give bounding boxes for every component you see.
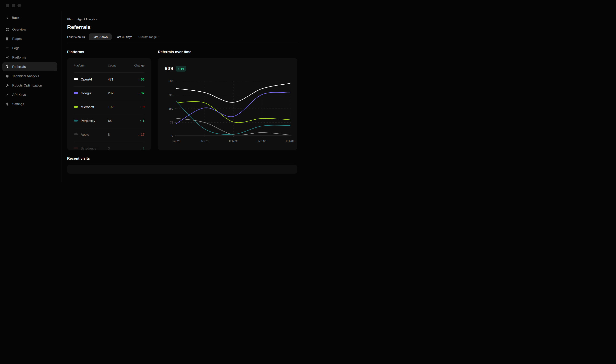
sidebar-item-logs[interactable]: Logs [2, 44, 57, 53]
arrow-up-icon: ↑ [140, 147, 141, 150]
sidebar-item-referrals[interactable]: Referrals [2, 62, 57, 71]
sidebar-item-label: Overview [12, 28, 26, 31]
platform-name: Bytedance [81, 147, 96, 150]
tab-last-24-hours[interactable]: Last 24 hours [67, 33, 85, 40]
column-count: Count [108, 64, 127, 67]
pointer-click-icon [5, 65, 9, 69]
table-row-google: Google289↑32 [74, 87, 144, 100]
tab-label: Last 24 hours [67, 35, 85, 39]
breadcrumb-current: Agent Analytics [77, 17, 97, 21]
tab-last-7-days[interactable]: Last 7 days [89, 33, 112, 40]
svg-text:225: 225 [168, 93, 173, 97]
document-icon [5, 37, 9, 41]
sidebar-item-technical-analysis[interactable]: Technical Analysis [2, 72, 57, 81]
tab-custom-range[interactable]: Custom range [139, 33, 161, 40]
sidebar-nav: OverviewPagesLogsPlatformsReferralsTechn… [0, 25, 61, 109]
sidebar-item-robots-optimization[interactable]: Robots Optimization [2, 81, 57, 90]
svg-text:Jan 29: Jan 29 [172, 140, 180, 143]
platform-count: 3 [108, 147, 127, 150]
gear-icon [5, 102, 9, 106]
arrow-up-icon: ↑ [138, 78, 140, 81]
time-range-tabs: Last 24 hoursLast 7 daysLast 30 daysCust… [67, 33, 297, 40]
change-value: 1 [143, 119, 144, 123]
wrench-icon [5, 84, 9, 88]
chart-heading: Referrals over time [158, 50, 297, 54]
svg-text:75: 75 [170, 121, 173, 124]
platform-count: 8 [108, 133, 127, 137]
platform-count: 471 [108, 78, 127, 81]
sparkles-icon [5, 56, 9, 60]
chevron-left-icon [5, 16, 9, 20]
sidebar-item-label: Robots Optimization [12, 84, 42, 88]
sidebar-item-label: Settings [12, 102, 24, 106]
referrals-line-chart: 075150225500Jan 29Jan 31Feb 02Feb 03Feb … [158, 58, 297, 150]
svg-text:Jan 31: Jan 31 [201, 140, 209, 143]
sidebar-item-api-keys[interactable]: API Keys [2, 90, 57, 99]
window-dot-2[interactable] [12, 4, 15, 7]
change-value: 56 [141, 78, 144, 81]
table-row-bytedance: Bytedance3↑1 [74, 142, 144, 150]
tab-last-30-days[interactable]: Last 30 days [116, 33, 132, 40]
referrals-chart-card: 939 ↑ 64 075150225500Jan 29Jan 31Feb 02F… [158, 58, 297, 150]
svg-text:Feb 04: Feb 04 [286, 140, 294, 143]
sidebar-item-label: API Keys [12, 93, 26, 97]
table-row-microsoft: Microsoft102↓9 [74, 100, 144, 114]
sidebar-item-overview[interactable]: Overview [2, 25, 57, 34]
sidebar-item-label: Technical Analysis [12, 74, 39, 78]
bytedance-color-pill-icon [74, 147, 78, 149]
key-icon [5, 93, 9, 97]
tab-label: Last 30 days [116, 35, 132, 39]
platform-change: ↑56 [127, 78, 144, 81]
sidebar-item-label: Platforms [12, 56, 26, 60]
table-row-apple: Apple8↓17 [74, 128, 144, 142]
recent-visits-card[interactable] [67, 165, 297, 174]
arrow-up-icon: ↑ [138, 91, 140, 95]
platform-change: ↓17 [127, 133, 144, 137]
platform-count: 102 [108, 105, 127, 109]
platforms-card[interactable]: Platform Count Change OpenAI471↑56Google… [67, 58, 151, 150]
svg-text:Feb 02: Feb 02 [229, 140, 238, 143]
platform-change: ↓9 [127, 105, 144, 109]
back-label: Back [12, 16, 19, 20]
platform-name: Perplexity [81, 119, 95, 123]
page-title: Referrals [67, 24, 297, 30]
platform-change: ↑1 [127, 147, 144, 150]
window-dot-3[interactable] [17, 4, 21, 7]
sidebar-item-label: Pages [12, 37, 22, 41]
chevron-down-icon [158, 36, 161, 38]
breadcrumb-root[interactable]: Rho [67, 17, 73, 21]
grid-icon [5, 28, 9, 31]
platform-change: ↑1 [127, 119, 144, 123]
sidebar-item-label: Referrals [12, 65, 26, 69]
sidebar-item-settings[interactable]: Settings [2, 100, 57, 109]
platform-change: ↑32 [127, 91, 144, 95]
platform-name: Microsoft [81, 105, 94, 109]
perplexity-color-pill-icon [74, 120, 78, 121]
logs-icon [5, 46, 9, 50]
platform-name: Apple [81, 133, 89, 136]
window-dot-1[interactable] [6, 4, 9, 7]
platforms-section: Platforms Platform Count Change OpenAI47… [67, 43, 151, 150]
svg-text:150: 150 [168, 107, 173, 110]
titlebar [0, 0, 308, 11]
apple-color-pill-icon [74, 133, 78, 135]
platforms-table-header: Platform Count Change [74, 58, 144, 73]
svg-text:500: 500 [168, 79, 173, 83]
svg-text:0: 0 [171, 134, 173, 137]
change-value: 9 [143, 105, 144, 109]
tab-label: Custom range [139, 35, 157, 39]
svg-text:Feb 03: Feb 03 [258, 140, 266, 143]
sidebar-item-pages[interactable]: Pages [2, 34, 57, 43]
referrals-chart-section: Referrals over time 939 ↑ 64 07515022550… [158, 43, 297, 150]
column-change: Change [127, 64, 144, 67]
recent-visits-heading: Recent visits [67, 156, 297, 161]
back-button[interactable]: Back [0, 13, 61, 22]
change-value: 17 [141, 133, 144, 136]
platforms-table-body: OpenAI471↑56Google289↑32Microsoft102↓9Pe… [74, 73, 144, 150]
google-color-pill-icon [74, 92, 78, 94]
app-window: Back OverviewPagesLogsPlatformsReferrals… [0, 0, 308, 182]
microsoft-color-pill-icon [74, 106, 78, 108]
change-value: 1 [143, 147, 144, 150]
sidebar-item-platforms[interactable]: Platforms [2, 53, 57, 62]
breadcrumb-chevron-icon: › [75, 17, 76, 21]
